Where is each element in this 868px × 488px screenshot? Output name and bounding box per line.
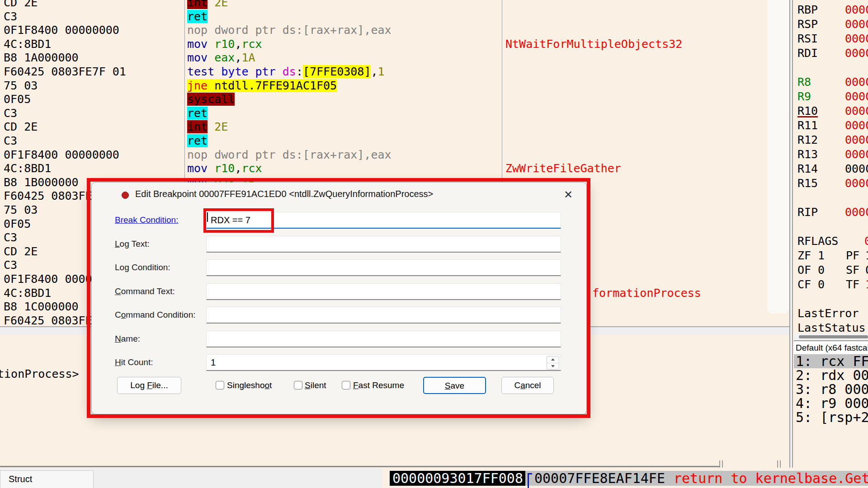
instruction-cell: syscall bbox=[187, 92, 235, 106]
flag-value: 1 bbox=[865, 277, 868, 291]
save-button[interactable]: Save bbox=[423, 377, 486, 394]
register-row[interactable]: RSI00000 bbox=[794, 32, 868, 46]
argument-row[interactable]: 3: r8 000000 bbox=[794, 382, 868, 396]
command-text-input[interactable] bbox=[206, 283, 561, 300]
argument-row[interactable]: 2: rdx 0000 bbox=[794, 368, 868, 382]
register-row[interactable]: R1100000 bbox=[794, 118, 868, 132]
disasm-row[interactable]: 0F1F8400 00000000nop dword ptr ds:[rax+r… bbox=[0, 23, 789, 37]
close-icon[interactable]: ✕ bbox=[559, 187, 577, 202]
stack-value[interactable]: 0000000000000000 bbox=[534, 486, 665, 488]
bytes-cell: C3 bbox=[4, 9, 17, 23]
register-row[interactable]: RSP00000 bbox=[794, 17, 868, 31]
register-row[interactable]: R1400000 bbox=[794, 162, 868, 176]
bytes-cell: CD 2E bbox=[4, 120, 38, 134]
function-label: ZwWriteFileGather bbox=[505, 161, 621, 175]
instruction-cell: test byte ptr ds:[7FFE0308],1 bbox=[187, 65, 385, 79]
text-caret bbox=[207, 212, 208, 222]
vertical-panel-border[interactable] bbox=[789, 0, 793, 468]
registers-hscrollbar-thumb[interactable] bbox=[799, 335, 868, 338]
bytes-cell: 75 03 bbox=[4, 203, 38, 217]
calling-convention-select[interactable]: Default (x64 fastcall) bbox=[794, 342, 868, 354]
argument-row[interactable]: 4: r9 000000 bbox=[794, 396, 868, 410]
register-name: R15 bbox=[797, 176, 818, 190]
register-name: RSI bbox=[797, 32, 818, 46]
command-condition-input[interactable] bbox=[206, 307, 561, 324]
register-name: LastStatus bbox=[797, 321, 866, 333]
stepper-down-icon[interactable] bbox=[547, 363, 559, 369]
register-row[interactable]: RBP00000 bbox=[794, 3, 868, 17]
panel-border-stub bbox=[719, 460, 720, 468]
breakpoint-dot-icon bbox=[122, 192, 129, 199]
disasm-row[interactable]: CD 2Eint 2E bbox=[0, 0, 789, 9]
disasm-row[interactable]: C3ret bbox=[0, 106, 789, 120]
stack-address[interactable]: 00000093017FF010 bbox=[392, 486, 523, 488]
disasm-row[interactable]: 0F1F8400 00000000nop dword ptr ds:[rax+r… bbox=[0, 148, 789, 162]
argument-row[interactable]: 5: [rsp+28] bbox=[794, 410, 868, 424]
bytes-cell: 4C:8BD1 bbox=[4, 37, 51, 51]
break-condition-link[interactable]: Break Condition: bbox=[115, 215, 178, 225]
panel-border-stub bbox=[722, 460, 723, 468]
register-name: R13 bbox=[797, 147, 818, 161]
flag-name: TF bbox=[846, 277, 859, 291]
disasm-row[interactable]: 4C:8BD1mov r10,rcxNtWaitForMultipleObjec… bbox=[0, 37, 789, 51]
register-value: 00000 bbox=[845, 75, 868, 89]
stack-frame-bracket-tick bbox=[528, 473, 532, 474]
disasm-row[interactable]: B8 1A000000mov eax,1A bbox=[0, 51, 789, 65]
disasm-row[interactable]: F60425 0803FE7F 01test byte ptr ds:[7FFE… bbox=[0, 65, 789, 79]
register-row[interactable]: R900000 bbox=[794, 89, 868, 103]
instruction-cell: int 2E bbox=[187, 0, 228, 9]
hit-count-input[interactable]: 1 bbox=[206, 354, 561, 371]
disasm-row[interactable]: 0F05syscall bbox=[0, 92, 789, 106]
log-text-input[interactable] bbox=[206, 236, 561, 253]
stack-address[interactable]: 00000093017FF008 bbox=[392, 471, 523, 486]
hit-count-stepper[interactable] bbox=[547, 356, 559, 370]
bytes-cell: C3 bbox=[4, 106, 17, 120]
disasm-row[interactable]: 4C:8BD1mov r10,rcxZwWriteFileGather bbox=[0, 161, 789, 175]
register-row[interactable]: LastStatus bbox=[794, 321, 868, 333]
register-row[interactable]: ZF1PF1 bbox=[794, 249, 868, 263]
register-row[interactable]: R1200000 bbox=[794, 133, 868, 147]
field-label: Command Condition: bbox=[115, 310, 196, 320]
register-value: 0 bbox=[864, 234, 868, 248]
register-row[interactable]: R1300000 bbox=[794, 147, 868, 161]
checkbox-label: Silent bbox=[305, 378, 326, 393]
argument-row[interactable]: 1: rcx FFFF bbox=[794, 354, 868, 368]
register-row[interactable]: RFLAGS0 bbox=[794, 234, 868, 248]
register-row[interactable]: LastError bbox=[794, 306, 868, 320]
flag-name: ZF bbox=[797, 249, 811, 263]
disasm-row[interactable]: 75 03jne ntdll.7FFE91AC1F05 bbox=[0, 79, 789, 93]
register-name: R8 bbox=[797, 75, 811, 89]
break-condition-input[interactable]: RDX == 7 bbox=[206, 212, 561, 229]
flag-value: 0 bbox=[818, 263, 825, 277]
stepper-up-icon[interactable] bbox=[547, 357, 559, 363]
registers-args-separator bbox=[794, 340, 868, 341]
field-value: RDX == 7 bbox=[211, 212, 250, 228]
disasm-row[interactable]: C3ret bbox=[0, 134, 789, 148]
disasm-vscrollbar-track[interactable] bbox=[767, 0, 789, 314]
bytes-cell: 0F05 bbox=[4, 217, 31, 231]
instruction-cell: int 2E bbox=[187, 120, 228, 134]
tab-struct[interactable]: Struct bbox=[0, 470, 94, 488]
flag-name: PF bbox=[846, 249, 859, 263]
checkbox-silent[interactable] bbox=[294, 381, 302, 389]
log-file-button[interactable]: Log File... bbox=[117, 377, 181, 394]
register-row[interactable]: OF0SF0 bbox=[794, 263, 868, 277]
stack-comment: return to kernelbase.Get bbox=[674, 471, 868, 486]
name-input[interactable] bbox=[206, 331, 561, 347]
log-condition-input[interactable] bbox=[206, 259, 561, 276]
stack-value[interactable]: 00007FFE8EAF14FE bbox=[534, 471, 665, 486]
cancel-button[interactable]: Cancel bbox=[501, 377, 554, 394]
register-row[interactable]: RDI00000 bbox=[794, 46, 868, 60]
register-row[interactable]: R800000 bbox=[794, 75, 868, 89]
register-name: RFLAGS bbox=[797, 234, 838, 248]
register-row[interactable]: RIP00000 bbox=[794, 205, 868, 219]
register-row[interactable]: R1500000 bbox=[794, 176, 868, 190]
disasm-row[interactable]: C3ret bbox=[0, 9, 789, 23]
checkbox-fast-resume[interactable] bbox=[342, 381, 350, 389]
register-row[interactable]: CF0TF1 bbox=[794, 277, 868, 291]
function-label: NtWaitForMultipleObjects32 bbox=[505, 37, 682, 51]
bytes-cell: B8 1A000000 bbox=[4, 51, 79, 65]
disasm-row[interactable]: CD 2Eint 2E bbox=[0, 120, 789, 134]
register-value: 00000 bbox=[845, 3, 868, 17]
checkbox-singleshoot[interactable] bbox=[216, 381, 224, 389]
